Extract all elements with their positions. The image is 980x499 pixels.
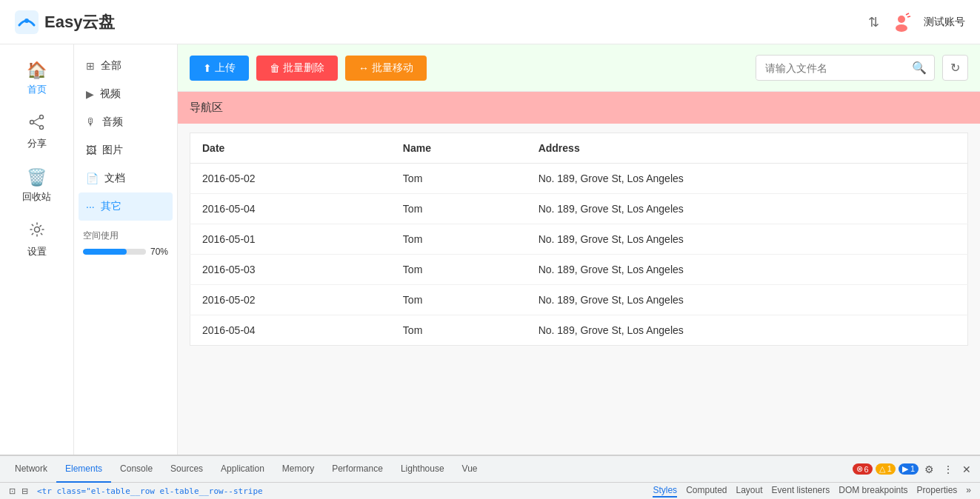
upload-label: 上传 [215,61,236,75]
svg-line-5 [907,16,910,17]
sidebar-label-home: 首页 [27,83,47,96]
svg-line-4 [906,13,909,15]
sidebar-item-home[interactable]: 🏠 首页 [0,52,73,105]
sub-item-all-label: 全部 [101,59,121,73]
col-address: Address [527,133,968,164]
sub-item-image-label: 图片 [102,144,123,157]
app-header: Easy云盘 ⇅ 测试账号 [0,0,980,44]
search-button[interactable]: 🔍 [904,56,934,80]
devtab-console[interactable]: Console [111,456,161,483]
panel-more[interactable]: » [966,485,971,498]
panel-computed[interactable]: Computed [686,485,727,498]
sidebar-item-settings[interactable]: 设置 [0,212,73,267]
batch-move-button[interactable]: ↔ 批量移动 [345,56,427,81]
devtab-vue[interactable]: Vue [453,456,487,483]
devtools-actions: ⊗ 6 △ 1 ▶ 1 ⚙ ⋮ ✕ [853,461,975,478]
devtab-network[interactable]: Network [6,456,56,483]
trash-icon: 🗑️ [27,168,47,187]
panel-layout[interactable]: Layout [736,485,763,498]
refresh-button[interactable]: ↻ [942,55,968,81]
svg-point-7 [30,121,33,124]
space-usage: 空间使用 70% [74,221,177,266]
other-icon: ··· [86,201,95,212]
video-icon: ▶ [86,88,94,100]
sub-item-audio[interactable]: 🎙 音频 [74,108,177,136]
svg-line-10 [33,123,40,127]
info-badge: ▶ 1 [899,463,919,475]
cell-name: Tom [391,224,527,255]
batch-delete-button[interactable]: 🗑 批量删除 [256,56,338,81]
upload-icon: ⬆ [203,62,212,74]
devtools-settings-btn[interactable]: ⚙ [921,461,937,478]
devtab-memory[interactable]: Memory [273,456,323,483]
warn-badge: △ 1 [876,463,896,475]
table-row: 2016-05-02 Tom No. 189, Grove St, Los An… [190,164,968,194]
mobile-icon[interactable]: ⊟ [21,486,28,496]
cell-date: 2016-05-01 [190,224,391,255]
sub-item-video[interactable]: ▶ 视频 [74,80,177,108]
sub-item-other[interactable]: ··· 其它 [79,192,173,221]
sub-item-doc[interactable]: 📄 文档 [74,164,177,192]
devtools-cursor-icons: ⊡ ⊟ [9,486,28,496]
devtab-lighthouse[interactable]: Lighthouse [392,456,453,483]
devtab-application[interactable]: Application [212,456,273,483]
panel-event-listeners[interactable]: Event listeners [772,485,830,498]
cell-name: Tom [391,255,527,285]
devtools-code: <tr class="el-table__row el-table__row--… [37,486,263,496]
cursor-icon[interactable]: ⊡ [9,486,16,496]
content-area: ⬆ 上传 🗑 批量删除 ↔ 批量移动 🔍 ↻ 导航区 [178,44,980,455]
table-row: 2016-05-02 Tom No. 189, Grove St, Los An… [190,285,968,315]
image-icon: 🖼 [86,144,96,156]
cell-address: No. 189, Grove St, Los Angeles [527,255,968,285]
sidebar-label-share: 分享 [27,137,47,150]
cell-date: 2016-05-04 [190,315,391,346]
svg-point-1 [24,19,29,23]
info-count: 1 [910,464,915,473]
table-row: 2016-05-01 Tom No. 189, Grove St, Los An… [190,224,968,255]
sidebar: 🏠 首页 分享 🗑️ 回收站 设置 [0,44,74,455]
cell-address: No. 189, Grove St, Los Angeles [527,164,968,194]
sidebar-item-trash[interactable]: 🗑️ 回收站 [0,159,73,212]
panel-dom-breakpoints[interactable]: DOM breakpoints [839,485,907,498]
devtools-close-btn[interactable]: ✕ [959,461,974,478]
cell-date: 2016-05-04 [190,194,391,224]
table-row: 2016-05-04 Tom No. 189, Grove St, Los An… [190,315,968,346]
share-icon [29,114,45,134]
devtools-more-btn[interactable]: ⋮ [940,461,956,478]
panel-styles[interactable]: Styles [653,485,677,498]
sub-item-all[interactable]: ⊞ 全部 [74,52,177,80]
nav-area: 导航区 [178,92,980,124]
space-label: 空间使用 [83,230,168,242]
cell-name: Tom [391,194,527,224]
svg-line-9 [33,118,40,121]
sort-icon[interactable]: ⇅ [868,14,879,30]
space-bar [83,249,146,255]
sub-item-image[interactable]: 🖼 图片 [74,136,177,164]
col-date: Date [190,133,391,164]
svg-point-3 [896,24,907,32]
devtab-elements[interactable]: Elements [56,456,111,483]
devtools-bottom: ⊡ ⊟ <tr class="el-table__row el-table__r… [0,483,980,499]
panel-properties[interactable]: Properties [917,485,958,498]
space-percent: 70% [150,247,168,257]
toolbar: ⬆ 上传 🗑 批量删除 ↔ 批量移动 🔍 ↻ [178,44,980,92]
table-wrapper: Date Name Address 2016-05-02 Tom No. 189… [178,124,980,455]
cell-address: No. 189, Grove St, Los Angeles [527,315,968,346]
avatar-icon [891,12,912,33]
search-input[interactable] [756,57,904,79]
sidebar-item-share[interactable]: 分享 [0,105,73,159]
space-bar-fill [83,249,127,255]
upload-button[interactable]: ⬆ 上传 [190,56,249,81]
audio-icon: 🎙 [86,116,96,128]
logo-text: Easy云盘 [44,11,115,33]
cell-date: 2016-05-02 [190,164,391,194]
sub-item-other-label: 其它 [101,200,121,213]
sub-item-doc-label: 文档 [104,172,125,185]
logo-icon [15,10,39,34]
settings-icon [29,221,45,242]
all-icon: ⊞ [86,60,95,72]
delete-label: 批量删除 [283,61,324,75]
delete-icon: 🗑 [270,62,280,74]
devtab-sources[interactable]: Sources [161,456,212,483]
devtab-performance[interactable]: Performance [323,456,392,483]
